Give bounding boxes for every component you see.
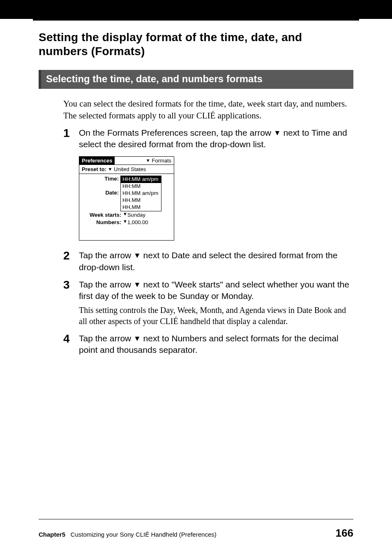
week-starts-value: Sunday <box>127 212 145 218</box>
spacer <box>79 204 119 211</box>
pda-title-right-label: Formats <box>152 158 171 164</box>
page-root: Setting the display format of the time, … <box>0 0 392 556</box>
pda-title-left: Preferences <box>79 157 115 165</box>
dropdown-arrow-icon: ▼ <box>123 211 127 218</box>
pda-preset-row: Preset to: ▼ United States <box>79 165 174 174</box>
step-number: 4 <box>63 333 79 356</box>
footer-left: Chapter5 Customizing your Sony CLIÉ Hand… <box>39 531 217 538</box>
pda-numbers-row: Numbers: ▼ 1,000.00 <box>79 219 174 226</box>
down-arrow-icon: ▼ <box>134 334 141 343</box>
step-body: Tap the arrow ▼ next to Numbers and sele… <box>79 333 353 356</box>
step-text-a: On the Formats Preferences screen, tap t… <box>79 128 274 137</box>
pda-week-row: Week starts: ▼ Sunday <box>79 211 174 219</box>
dropdown-arrow-icon: ▼ <box>108 167 113 172</box>
intro-paragraph: You can select the desired formats for t… <box>63 98 353 121</box>
preset-label: Preset to: <box>82 166 106 172</box>
step-4: 4 Tap the arrow ▼ next to Numbers and se… <box>63 333 353 356</box>
pda-time-dropdown[interactable]: HH:MM am/pm HH:MM HH.MM am/pm HH.MM HH,M… <box>120 176 161 211</box>
numbers-value: 1,000.00 <box>127 219 148 226</box>
pda-screen: Preferences ▼ Formats Preset to: ▼ Unite… <box>79 156 174 241</box>
step-instruction: Tap the arrow ▼ next to Date and select … <box>79 250 353 273</box>
sub-heading-bar: Selecting the time, date, and numbers fo… <box>39 70 353 89</box>
pda-titlebar: Preferences ▼ Formats <box>79 157 174 165</box>
step-3: 3 Tap the arrow ▼ next to "Week starts" … <box>63 279 353 327</box>
step-text-a: Tap the arrow <box>79 280 134 289</box>
footer-chapter-title: Customizing your Sony CLIÉ Handheld (Pre… <box>71 531 217 538</box>
pda-field-labels: Time: Date: <box>79 176 120 211</box>
dropdown-option[interactable]: HH.MM am/pm <box>121 190 161 197</box>
step-text-a: Tap the arrow <box>79 250 134 260</box>
step-instruction: On the Formats Preferences screen, tap t… <box>79 127 353 151</box>
pda-screenshot: Preferences ▼ Formats Preset to: ▼ Unite… <box>79 156 353 241</box>
footer-rule <box>39 519 353 519</box>
footer-row: Chapter5 Customizing your Sony CLIÉ Hand… <box>39 527 353 540</box>
top-black-bar <box>0 0 392 19</box>
step-body: Tap the arrow ▼ next to "Week starts" an… <box>79 279 353 327</box>
date-label: Date: <box>79 190 119 197</box>
step-text-a: Tap the arrow <box>79 334 134 343</box>
dropdown-option[interactable]: HH,MM <box>121 204 161 211</box>
dropdown-option-selected[interactable]: HH:MM am/pm <box>121 176 161 183</box>
step-instruction: Tap the arrow ▼ next to Numbers and sele… <box>79 333 353 356</box>
step-number: 2 <box>63 250 79 273</box>
step-note: This setting controls the Day, Week, Mon… <box>79 305 353 327</box>
spacer <box>79 183 119 190</box>
numbers-label: Numbers: <box>82 219 123 226</box>
section-heading: Setting the display format of the time, … <box>39 30 353 58</box>
time-label: Time: <box>79 176 119 183</box>
week-starts-label: Week starts: <box>82 212 123 218</box>
spacer <box>79 197 119 204</box>
step-number: 1 <box>63 127 79 151</box>
footer-chapter: Chapter5 <box>39 531 65 538</box>
step-2: 2 Tap the arrow ▼ next to Date and selec… <box>63 250 353 273</box>
pda-title-right: ▼ Formats <box>115 157 174 165</box>
down-arrow-icon: ▼ <box>134 250 141 260</box>
pda-format-grid: Time: Date: HH:MM am/pm HH:MM HH.MM am/p… <box>79 174 174 211</box>
dropdown-arrow-icon: ▼ <box>146 158 150 164</box>
preset-value: United States <box>114 166 146 172</box>
top-rule <box>33 19 359 21</box>
step-instruction: Tap the arrow ▼ next to "Week starts" an… <box>79 279 353 302</box>
down-arrow-icon: ▼ <box>134 280 141 290</box>
step-body: On the Formats Preferences screen, tap t… <box>79 127 353 151</box>
page-footer: Chapter5 Customizing your Sony CLIÉ Hand… <box>39 519 353 540</box>
down-arrow-icon: ▼ <box>274 128 281 138</box>
step-number: 3 <box>63 279 79 327</box>
page-number: 166 <box>336 527 353 540</box>
dropdown-option[interactable]: HH:MM <box>121 183 161 190</box>
pda-blank-area <box>79 226 174 240</box>
dropdown-arrow-icon: ▼ <box>123 219 127 225</box>
step-1: 1 On the Formats Preferences screen, tap… <box>63 127 353 151</box>
step-body: Tap the arrow ▼ next to Date and select … <box>79 250 353 273</box>
dropdown-option[interactable]: HH.MM <box>121 197 161 204</box>
content-area: Setting the display format of the time, … <box>39 30 353 362</box>
